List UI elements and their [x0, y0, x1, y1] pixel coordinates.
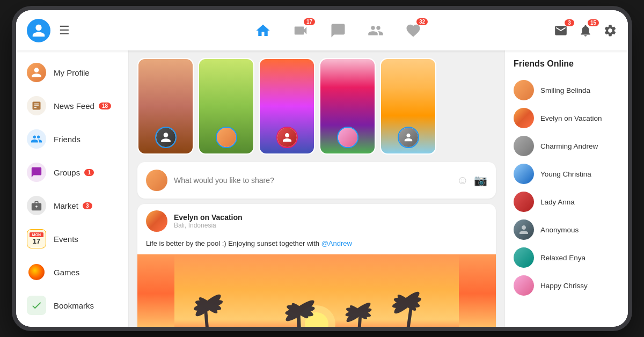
notifications-badge: 15 [588, 19, 599, 26]
friend-young-christina[interactable]: Young Christina [514, 160, 619, 188]
market-badge: 3 [83, 202, 92, 209]
topnav: ☰ 17 [16, 10, 628, 50]
sidebar-item-groups[interactable]: Groups 1 [16, 156, 128, 189]
sidebar-item-more[interactable]: More ... [16, 322, 128, 327]
friend-happy-chrissy[interactable]: Happy Chrissy [514, 272, 619, 299]
friend-avatar-young-christina [514, 164, 534, 184]
friend-avatar-happy-chrissy [514, 275, 534, 296]
groups-badge: 1 [84, 169, 94, 176]
events-icon: MON 17 [27, 229, 46, 248]
post-share-input[interactable] [174, 176, 450, 185]
story-2[interactable] [198, 58, 254, 155]
friend-evelyn[interactable]: Evelyn on Vacation [514, 104, 619, 132]
friend-avatar-evelyn [514, 108, 534, 128]
sidebar-item-games[interactable]: Games [16, 255, 128, 289]
sidebar-item-profile[interactable]: My Profile [16, 56, 128, 89]
sidebar-item-newsfeed[interactable]: News Feed 18 [16, 89, 128, 122]
friend-avatar-anonymous [514, 219, 534, 240]
post-card: Evelyn on Vacation Bali, Indonesia Life … [137, 204, 496, 327]
post-input-box: ☺ 📷 [137, 162, 496, 199]
friend-relaxed-enya[interactable]: Relaxed Enya [514, 244, 619, 272]
friend-charming-andrew[interactable]: Charming Andrew [514, 132, 619, 160]
screen: ☰ 17 [16, 10, 628, 327]
profile-icon [27, 63, 46, 82]
emoji-icon[interactable]: ☺ [457, 173, 469, 187]
device-frame: ☰ 17 [16, 10, 628, 327]
videos-badge: 17 [304, 18, 315, 25]
sidebar-item-market[interactable]: Market 3 [16, 189, 128, 222]
sidebar-label-profile: My Profile [54, 68, 90, 77]
mail-badge: 3 [565, 19, 574, 26]
friend-name-young-christina: Young Christina [540, 170, 591, 178]
post-user-avatar [146, 210, 167, 232]
friend-name-happy-chrissy: Happy Chrissy [540, 282, 588, 290]
post-username: Evelyn on Vacation [174, 213, 487, 222]
nav-notifications[interactable]: 15 [579, 24, 592, 38]
friend-name-evelyn: Evelyn on Vacation [540, 114, 602, 122]
sidebar-label-groups: Groups 1 [54, 168, 94, 177]
sidebar-label-friends: Friends [54, 135, 80, 144]
sidebar-item-bookmarks[interactable]: Bookmarks [16, 289, 128, 322]
friend-name-charming-andrew: Charming Andrew [540, 142, 598, 150]
bookmarks-icon [27, 296, 46, 315]
sidebar-item-friends[interactable]: Friends [16, 122, 128, 156]
story-3-avatar [276, 127, 298, 148]
story-1[interactable] [137, 58, 194, 155]
nav-mail[interactable]: 3 [554, 24, 568, 38]
post-meta: Evelyn on Vacation Bali, Indonesia [174, 213, 487, 229]
sidebar-label-bookmarks: Bookmarks [54, 301, 94, 310]
story-5[interactable] [380, 58, 436, 155]
friends-icon [27, 129, 46, 149]
sidebar-label-events: Events [54, 235, 78, 244]
nav-right: 3 15 [531, 24, 617, 38]
post-body-text: Life is better by the pool :) Enjoying s… [146, 239, 321, 247]
sidebar-item-events[interactable]: MON 17 Events [16, 222, 128, 255]
friend-name-smiling-belinda: Smiling Belinda [540, 86, 590, 94]
nav-home[interactable] [255, 23, 271, 39]
friend-smiling-belinda[interactable]: Smiling Belinda [514, 76, 619, 104]
sidebar: My Profile News Feed 18 [16, 50, 129, 327]
stories-row [137, 58, 496, 155]
post-body: Life is better by the pool :) Enjoying s… [137, 238, 496, 254]
friends-panel: Friends Online Smiling Belinda Evelyn on… [504, 50, 628, 327]
story-4[interactable] [319, 58, 376, 155]
games-icon [27, 262, 46, 282]
story-1-avatar [155, 127, 177, 148]
nav-messages[interactable] [330, 23, 346, 39]
friend-lady-anna[interactable]: Lady Anna [514, 188, 619, 216]
story-2-avatar [216, 127, 237, 148]
friend-name-lady-anna: Lady Anna [540, 198, 575, 206]
nav-settings[interactable] [603, 24, 617, 38]
user-avatar[interactable] [27, 19, 50, 42]
friend-avatar-lady-anna [514, 192, 534, 212]
friend-name-relaxed-enya: Relaxed Enya [540, 254, 586, 262]
nav-likes[interactable]: 32 [405, 23, 421, 39]
post-header: Evelyn on Vacation Bali, Indonesia [137, 204, 496, 238]
newsfeed-badge: 18 [99, 102, 111, 109]
friends-online-title: Friends Online [514, 59, 619, 69]
camera-icon[interactable]: 📷 [474, 174, 487, 187]
friend-avatar-smiling-belinda [514, 80, 534, 100]
sidebar-label-market: Market 3 [54, 201, 92, 210]
post-image [137, 254, 496, 327]
sidebar-label-games: Games [54, 268, 79, 277]
nav-videos[interactable]: 17 [292, 23, 309, 39]
nav-center: 17 32 [145, 23, 531, 39]
sidebar-label-newsfeed: News Feed 18 [54, 101, 111, 111]
hamburger-menu[interactable]: ☰ [59, 25, 70, 36]
post-input-avatar [146, 170, 167, 191]
nav-left: ☰ [27, 19, 145, 42]
story-5-avatar [398, 127, 419, 148]
center-content: ☺ 📷 Evelyn on Vacation Bali, Indonesia [129, 50, 504, 327]
friend-avatar-relaxed-enya [514, 247, 534, 268]
story-3[interactable] [259, 58, 315, 155]
friend-name-anonymous: Anonymous [540, 226, 579, 234]
friend-anonymous[interactable]: Anonymous [514, 216, 619, 244]
post-mention[interactable]: @Andrew [321, 239, 352, 247]
post-actions: ☺ 📷 [457, 173, 487, 187]
nav-friends[interactable] [368, 23, 384, 39]
main-layout: My Profile News Feed 18 [16, 50, 628, 327]
market-icon [27, 196, 46, 215]
post-location: Bali, Indonesia [174, 222, 487, 229]
story-4-avatar [337, 127, 358, 148]
